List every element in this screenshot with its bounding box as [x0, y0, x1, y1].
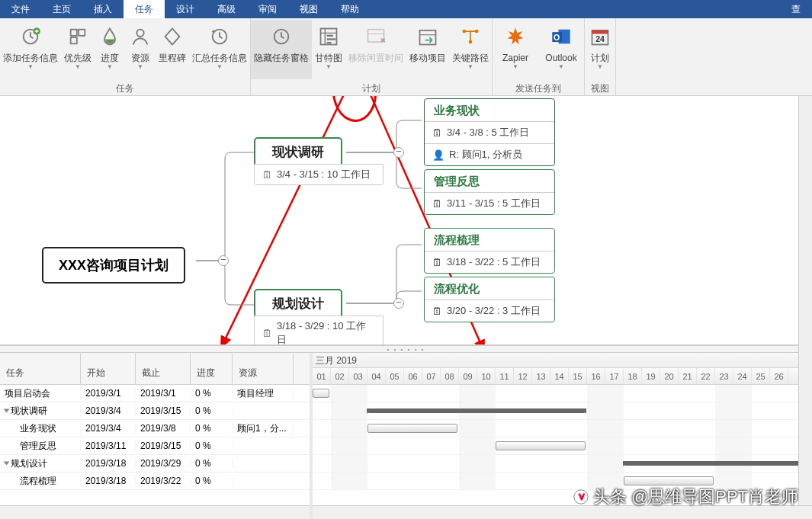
collapse-toggle[interactable]: −: [393, 298, 404, 309]
ribbon-priority[interactable]: 优先级▼: [61, 20, 95, 79]
table-row[interactable]: 流程梳理2019/3/182019/3/220 %: [0, 473, 310, 490]
ribbon-gantt[interactable]: 甘特图▼: [312, 20, 345, 79]
day-header: 21: [679, 368, 697, 384]
svg-rect-13: [420, 30, 436, 45]
cell: 0 %: [191, 388, 233, 399]
gantt-summary-bar[interactable]: [367, 408, 586, 413]
menu-search[interactable]: 查: [780, 0, 812, 18]
subtopic-business[interactable]: 业务现状 🗓3/4 - 3/8 : 5 工作日 👤R: 顾问1, 分析员: [424, 98, 555, 166]
task-name: 流程梳理: [20, 475, 56, 488]
gantt-icon: [316, 24, 341, 49]
outlook-icon: O: [549, 24, 573, 49]
col-header[interactable]: 开始: [81, 352, 136, 384]
ribbon-outlook[interactable]: OOutlook▼: [538, 20, 584, 79]
ribbon-hide-task-pane[interactable]: 隐藏任务窗格: [251, 20, 312, 79]
menu-主页[interactable]: 主页: [41, 0, 82, 18]
menu-高级[interactable]: 高级: [206, 0, 247, 18]
gantt-task-bar[interactable]: [496, 441, 586, 450]
ribbon-label: 移动项目: [409, 53, 446, 63]
ribbon-zapier[interactable]: Zapier▼: [493, 20, 538, 79]
col-header[interactable]: 截止: [136, 352, 191, 384]
cell: 2019/3/15: [136, 441, 191, 451]
menu-任务[interactable]: 任务: [124, 0, 165, 18]
gantt-summary-bar[interactable]: [624, 461, 812, 466]
menu-帮助[interactable]: 帮助: [329, 0, 371, 18]
table-row[interactable]: 规划设计2019/3/182019/3/290 %: [0, 455, 310, 473]
chevron-down-icon: ▼: [512, 63, 518, 71]
col-header[interactable]: 进度: [191, 352, 233, 384]
subtopic-reflection[interactable]: 管理反思 🗓3/11 - 3/15 : 5 工作日: [424, 169, 555, 215]
root-topic[interactable]: XXX咨询项目计划: [42, 247, 185, 284]
annotation-arrow-left: [0, 96, 812, 345]
task-name: 管理反思: [20, 440, 56, 453]
ribbon-plan[interactable]: 24计划▼: [585, 20, 615, 79]
menu-文件[interactable]: 文件: [0, 0, 41, 18]
collapse-toggle[interactable]: −: [218, 255, 229, 266]
table-row[interactable]: 现状调研2019/3/42019/3/150 %: [0, 402, 310, 420]
chevron-down-icon: ▼: [107, 63, 113, 71]
day-header: 09: [459, 368, 477, 384]
menu-插入[interactable]: 插入: [82, 0, 124, 18]
gantt-body[interactable]: [313, 385, 812, 490]
topic-planning[interactable]: 规划设计: [254, 289, 342, 319]
subtopic-optimize[interactable]: 流程优化 🗓3/20 - 3/22 : 3 工作日: [424, 277, 555, 322]
gantt-task-bar[interactable]: [624, 476, 714, 485]
ribbon-label: 移除闲置时间: [348, 53, 403, 63]
ribbon-label: 优先级: [64, 53, 91, 63]
subtopic-process[interactable]: 流程梳理 🗓3/18 - 3/22 : 5 工作日: [424, 228, 555, 274]
ribbon-add-task-info[interactable]: 添加任务信息▼: [0, 20, 61, 79]
chevron-down-icon: ▼: [467, 63, 473, 71]
chevron-down-icon: ▼: [137, 63, 143, 71]
ribbon-critical-path[interactable]: 关键路径▼: [449, 20, 492, 79]
ribbon-resource[interactable]: 资源▼: [125, 20, 156, 79]
expand-toggle[interactable]: [4, 462, 10, 466]
topic-investigation[interactable]: 现状调研: [254, 137, 342, 167]
scrollbar-vertical[interactable]: [798, 96, 812, 505]
mindmap-canvas[interactable]: XXX咨询项目计划 − 现状调研 🗓3/4 - 3/15 : 10 工作日 规划…: [0, 96, 812, 345]
ribbon-milestone[interactable]: 里程碑: [156, 20, 189, 79]
ribbon-label: 资源: [131, 53, 149, 63]
col-header[interactable]: 资源: [233, 352, 294, 384]
diamond-icon: [160, 24, 185, 49]
ribbon-remove-idle: 移除闲置时间: [345, 20, 406, 79]
cell: 2019/3/29: [136, 458, 191, 469]
cell: 2019/3/22: [136, 476, 191, 486]
day-header: 10: [477, 368, 496, 384]
table-row[interactable]: 项目启动会2019/3/12019/3/10 %项目经理: [0, 385, 310, 402]
ribbon-move-project[interactable]: 移动项目: [406, 20, 449, 79]
table-row[interactable]: 管理反思2019/3/112019/3/150 %: [0, 437, 310, 455]
day-header: 23: [715, 368, 733, 384]
col-header[interactable]: 任务: [0, 352, 81, 384]
cell: 项目经理: [233, 387, 294, 400]
day-header: 04: [367, 368, 386, 384]
day-header: 18: [624, 368, 642, 384]
clock-roll-icon: [207, 24, 232, 49]
expand-toggle[interactable]: [4, 409, 10, 413]
menu-审阅[interactable]: 审阅: [247, 0, 288, 18]
ribbon-progress[interactable]: 进度▼: [95, 20, 125, 79]
table-row[interactable]: 业务现状2019/3/42019/3/80 %顾问1，分...: [0, 420, 310, 437]
day-header: 15: [569, 368, 587, 384]
gantt-task-bar[interactable]: [313, 389, 329, 398]
task-grid: 任务开始截止进度资源 项目启动会2019/3/12019/3/10 %项目经理现…: [0, 353, 313, 519]
day-header: 02: [331, 368, 349, 384]
day-header: 05: [386, 368, 404, 384]
task-name: 现状调研: [11, 405, 47, 418]
cell: 2019/3/1: [81, 388, 136, 399]
clock-eye-icon: [269, 24, 294, 49]
menu-设计[interactable]: 设计: [165, 0, 206, 18]
ribbon-label: 进度: [101, 53, 119, 63]
scrollbar-horizontal[interactable]: [0, 505, 310, 519]
gantt-task-bar[interactable]: [367, 424, 457, 433]
menu-视图[interactable]: 视图: [288, 0, 329, 18]
cell: 2019/3/15: [136, 405, 191, 416]
task-name: 业务现状: [20, 422, 56, 435]
collapse-toggle[interactable]: −: [393, 147, 404, 158]
day-header: 26: [770, 368, 788, 384]
ribbon-label: 汇总任务信息: [192, 53, 247, 63]
day-header: 08: [441, 368, 459, 384]
ribbon-rollup[interactable]: 汇总任务信息▼: [189, 20, 250, 79]
day-header: 14: [550, 368, 569, 384]
subtopic-date: 🗓3/20 - 3/22 : 3 工作日: [425, 300, 554, 322]
ribbon-label: Outlook: [545, 53, 576, 63]
